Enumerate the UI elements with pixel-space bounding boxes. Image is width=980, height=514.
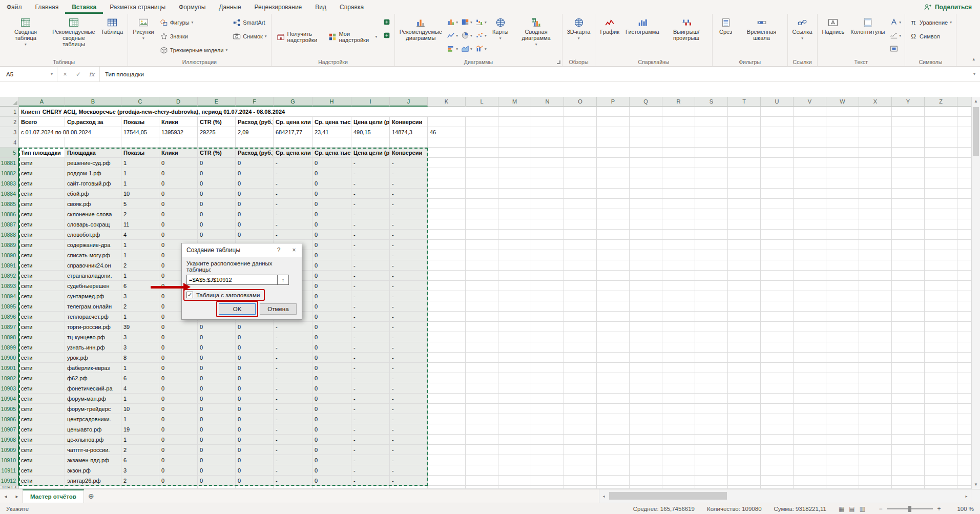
cell-K10883[interactable] (428, 178, 466, 189)
cell-G10884[interactable]: - (274, 189, 312, 199)
cell-V10883[interactable] (794, 178, 826, 189)
cell-K10894[interactable] (428, 291, 466, 301)
row-header-10884[interactable]: 10884 (0, 189, 19, 199)
cell-P10883[interactable] (597, 178, 630, 189)
cell-H2[interactable]: Ср. цена тыс (312, 117, 351, 127)
cell-V10886[interactable] (794, 209, 826, 219)
cell-U10906[interactable] (761, 414, 794, 424)
cell-T10907[interactable] (728, 424, 761, 435)
cell-V10887[interactable] (794, 219, 826, 230)
cell-M10893[interactable] (498, 281, 531, 291)
screenshot-button[interactable]: Снимок▾ (231, 29, 268, 43)
cell-O10894[interactable] (564, 291, 597, 301)
cell-X10888[interactable] (859, 230, 892, 240)
cell-V10908[interactable] (794, 435, 826, 445)
cell-X1[interactable] (859, 107, 892, 117)
cell-L10885[interactable] (466, 199, 498, 209)
cell-P10893[interactable] (597, 281, 630, 291)
cell-F10903[interactable]: 0 (236, 383, 274, 394)
column-header-H[interactable]: H (312, 97, 351, 107)
cell-J10890[interactable]: - (390, 250, 428, 260)
cell-N5[interactable] (531, 148, 564, 158)
dialog-close-button[interactable]: × (286, 243, 302, 257)
name-box-caret-icon[interactable]: ▾ (51, 72, 53, 76)
cell-X10890[interactable] (859, 250, 892, 260)
cell-I10883[interactable]: - (351, 178, 390, 189)
cell-A10884[interactable]: сети (19, 189, 65, 199)
cell-H10907[interactable]: 0 (312, 424, 351, 435)
cell-M10898[interactable] (498, 332, 531, 342)
cell-L10887[interactable] (466, 219, 498, 230)
column-header-D[interactable]: D (159, 97, 198, 107)
cell-L10901[interactable] (466, 363, 498, 373)
cell-Y10908[interactable] (892, 435, 925, 445)
cell-S10896[interactable] (695, 312, 728, 322)
page-layout-view-icon[interactable]: ▤ (849, 505, 854, 512)
cell-U10897[interactable] (761, 322, 794, 332)
cell-C10890[interactable]: 1 (121, 250, 159, 260)
insert-column-chart-button[interactable]: ▾ (445, 15, 460, 29)
cell-J10911[interactable]: - (390, 465, 428, 476)
sparkline-winloss-button[interactable]: Выигрыш/ проигрыш (663, 15, 710, 58)
cell-F5[interactable]: Расход (руб.) (236, 148, 274, 158)
cell-J10899[interactable]: - (390, 342, 428, 353)
cell-U10912[interactable] (761, 476, 794, 486)
cell-F10908[interactable]: 0 (236, 435, 274, 445)
tab-file[interactable]: Файл (0, 0, 29, 14)
cell-Q4[interactable] (630, 137, 662, 148)
cell-B10897[interactable]: торги-россии.рф (65, 322, 121, 332)
cell-F10902[interactable]: 0 (236, 373, 274, 383)
cell-J10893[interactable]: - (390, 281, 428, 291)
cell-C10881[interactable]: 1 (121, 158, 159, 168)
cell-Y10892[interactable] (892, 271, 925, 281)
cell-F10900[interactable]: 0 (236, 353, 274, 363)
cell-C2[interactable]: Показы (121, 117, 159, 127)
cell-Y10907[interactable] (892, 424, 925, 435)
column-header-U[interactable]: U (761, 97, 794, 107)
cell-H10887[interactable]: 0 (312, 219, 351, 230)
cell-R10911[interactable] (662, 465, 695, 476)
cell-P10908[interactable] (597, 435, 630, 445)
cell-K10906[interactable] (428, 414, 466, 424)
cell-L10900[interactable] (466, 353, 498, 363)
cell-O5[interactable] (564, 148, 597, 158)
cell-O10908[interactable] (564, 435, 597, 445)
cell-L10911[interactable] (466, 465, 498, 476)
cell-I10911[interactable]: - (351, 465, 390, 476)
collapse-dialog-button[interactable]: ↑ (278, 275, 289, 285)
hscroll-track[interactable] (608, 489, 962, 503)
cell-R10894[interactable] (662, 291, 695, 301)
cell-X10904[interactable] (859, 394, 892, 404)
cell-W10883[interactable] (826, 178, 859, 189)
cell-F10885[interactable]: 0 (236, 199, 274, 209)
cell-A10910[interactable]: сети (19, 455, 65, 465)
cell-J10906[interactable]: - (390, 414, 428, 424)
cell-Y10911[interactable] (892, 465, 925, 476)
cell-D10911[interactable]: 0 (159, 465, 198, 476)
cell-M10889[interactable] (498, 240, 531, 250)
cell-A10909[interactable]: сети (19, 445, 65, 455)
row-header-10895[interactable]: 10895 (0, 301, 19, 312)
tab-data[interactable]: Данные (212, 0, 247, 14)
cell-Y10900[interactable] (892, 353, 925, 363)
cell-M10909[interactable] (498, 445, 531, 455)
cell-S10908[interactable] (695, 435, 728, 445)
cell-X10900[interactable] (859, 353, 892, 363)
cell-T10902[interactable] (728, 373, 761, 383)
cell-F10884[interactable]: 0 (236, 189, 274, 199)
cell-S10906[interactable] (695, 414, 728, 424)
cell-L10895[interactable] (466, 301, 498, 312)
vscroll-up-icon[interactable]: ▲ (972, 97, 980, 106)
cell-H10908[interactable]: 0 (312, 435, 351, 445)
cell-H10910[interactable]: 0 (312, 455, 351, 465)
cell-J10904[interactable]: - (390, 394, 428, 404)
cell-T10886[interactable] (728, 209, 761, 219)
cell-T10890[interactable] (728, 250, 761, 260)
cell-F10882[interactable]: 0 (236, 168, 274, 178)
signature-line-button[interactable]: ▾ (888, 29, 903, 42)
cell-U10896[interactable] (761, 312, 794, 322)
row-header-10898[interactable]: 10898 (0, 332, 19, 342)
cell-B10892[interactable]: странаналадони. (65, 271, 121, 281)
cell-M10907[interactable] (498, 424, 531, 435)
cell-G10902[interactable]: - (274, 373, 312, 383)
